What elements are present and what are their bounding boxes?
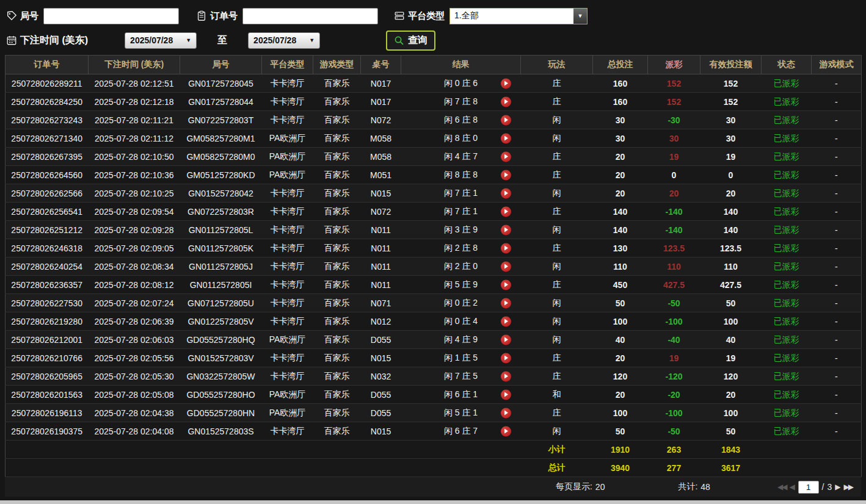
column-header: 游戏类型 [313,56,361,74]
mode-cell: - [812,148,862,166]
replay-icon[interactable] [501,298,511,308]
replay-icon[interactable] [501,243,511,253]
round-number-input[interactable] [43,8,179,24]
game-type-cell: 百家乐 [313,422,361,441]
play-cell: 庄 [521,166,593,184]
total-row: 总计 3940 277 3617 [5,459,862,477]
chevron-down-icon: ▼ [573,9,587,24]
replay-icon[interactable] [501,206,511,217]
platform-type-select[interactable]: 1.全部 ▼ [449,8,588,24]
platform-cell: 卡卡湾厅 [262,422,313,441]
mode-cell: - [812,221,862,239]
status-cell: 已派彩 [762,221,812,239]
round-number-label: 局号 [20,10,38,22]
play-triangle-icon [504,429,508,434]
valid-bet-cell: 120 [700,367,762,386]
next-page-button[interactable]: ▶ [835,483,840,491]
game-type-cell: 百家乐 [313,166,361,184]
total-empty-right [762,459,862,477]
chevron-down-icon: ▼ [186,37,191,43]
valid-bet-cell: 50 [700,294,762,312]
play-triangle-icon [504,118,508,123]
last-page-button[interactable]: ▶▶ [844,483,853,491]
payout-cell: -120 [648,367,700,386]
result-cell: 闲 6 庄 8 [401,111,521,129]
valid-bet-cell: 30 [700,111,762,129]
game-type-cell: 百家乐 [313,184,361,203]
replay-icon[interactable] [501,225,511,235]
replay-icon[interactable] [501,389,511,400]
replay-icon[interactable] [501,170,511,180]
result-cell: 闲 8 庄 8 [401,166,521,184]
order-number-label: 订单号 [210,10,238,22]
total-label: 总计 [521,459,593,477]
table-no-cell: N015 [361,184,401,203]
column-header: 派彩 [648,56,700,74]
replay-icon[interactable] [501,96,511,107]
table-no-cell: N012 [361,312,401,331]
status-cell: 已派彩 [762,129,812,148]
payout-cell: 152 [648,74,700,93]
column-header: 游戏模式 [812,56,862,74]
result-cell: 闲 0 庄 4 [401,312,521,331]
table-row: 2507280262512122025-07-28 02:09:28GN0112… [5,221,862,239]
record-count-value: 48 [700,482,710,492]
horizontal-scrollbar[interactable] [0,500,866,504]
replay-icon[interactable] [501,426,511,436]
replay-icon[interactable] [501,261,511,272]
subtotal-total-bet: 1910 [593,441,648,459]
replay-icon[interactable] [501,78,511,88]
result-cell: 闲 7 庄 1 [401,184,521,203]
platform-cell: 卡卡湾厅 [262,93,313,111]
order-no-cell: 250728026201563 [5,386,89,404]
date-from-button[interactable]: 2025/07/28 ▼ [125,32,197,49]
mode-cell: - [812,404,862,422]
replay-icon[interactable] [501,279,511,290]
status-cell: 已派彩 [762,386,812,404]
pager-controls: ◀◀ ◀ / 3 ▶ ▶▶ [777,481,853,494]
bet-time-cell: 2025-07-28 02:05:08 [89,386,180,404]
calendar-icon [6,35,17,46]
replay-icon[interactable] [501,316,511,326]
replay-icon[interactable] [501,188,511,198]
platform-cell: PA欧洲厅 [262,404,313,422]
total-bet-cell: 120 [593,367,648,386]
payout-cell: -140 [648,203,700,221]
table-no-cell: N015 [361,422,401,441]
date-to-button[interactable]: 2025/07/28 ▼ [248,32,320,49]
column-header: 总投注 [593,56,648,74]
mode-cell: - [812,422,862,441]
prev-page-button[interactable]: ◀ [789,483,795,491]
bet-time-label: 下注时间 (美东) [20,34,88,47]
round-no-cell: GD055257280HO [180,386,262,404]
bet-time-cell: 2025-07-28 02:08:34 [89,257,180,276]
page-number-input[interactable] [798,481,819,494]
search-icon [394,35,404,46]
bet-time-cell: 2025-07-28 02:04:08 [89,422,180,441]
replay-icon[interactable] [501,371,511,381]
valid-bet-cell: 20 [700,386,762,404]
game-type-cell: 百家乐 [313,257,361,276]
round-no-cell: GM058257280M1 [180,129,262,148]
table-no-cell: N015 [361,349,401,367]
per-page-label: 每页显示: [556,481,592,492]
payout-cell: 110 [648,257,700,276]
replay-icon[interactable] [501,408,511,418]
replay-icon[interactable] [501,115,511,125]
query-button[interactable]: 查询 [386,31,435,51]
first-page-button[interactable]: ◀◀ [777,483,786,491]
play-cell: 闲 [521,331,593,349]
table-row: 2507280262732432025-07-28 02:11:21GN0722… [5,111,862,129]
replay-icon[interactable] [501,334,511,345]
round-no-cell: GN0152572803S [180,422,262,441]
play-triangle-icon [504,99,508,104]
payout-cell: 427.5 [648,276,700,294]
replay-icon[interactable] [501,133,511,143]
play-cell: 庄 [521,367,593,386]
total-bet-cell: 20 [593,386,648,404]
play-cell: 闲 [521,294,593,312]
play-triangle-icon [504,81,508,86]
replay-icon[interactable] [501,151,511,162]
order-number-input[interactable] [242,8,378,24]
replay-icon[interactable] [501,353,511,363]
